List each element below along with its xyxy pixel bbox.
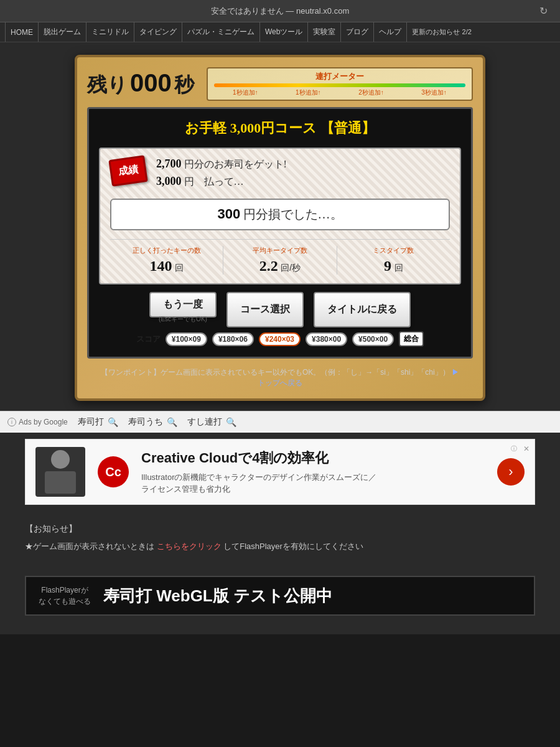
ad-desc-1: Illustratorの新機能でキャラクターのデザイン作業がスムーズに／: [141, 471, 485, 484]
browser-bar: 安全ではありません — neutral.x0.com ↻: [0, 0, 560, 22]
stat3-value: 9: [384, 258, 391, 274]
nav-update: 更新のお知らせ 2/2: [407, 27, 476, 37]
timer-row: 残り 000 秒 連打メーター 1秒追加↑ 1秒追加↑ 2秒追加↑ 3秒追加↑: [87, 67, 473, 101]
ads-search-icon-2: 🔍: [167, 417, 177, 427]
result-line-2: 3,000 円 払って…: [156, 175, 450, 189]
stat3-label: ミスタイプ数: [342, 246, 445, 255]
nav-web[interactable]: Webツール: [260, 22, 308, 42]
notice-title: 【お知らせ】: [25, 524, 535, 535]
notice-text-2: してFlashPlayerを有効にしてください: [223, 542, 363, 551]
nav-minidol[interactable]: ミニリドル: [86, 22, 134, 42]
timer-label: 残り: [87, 72, 128, 99]
results-header: 成績 2,700 円分のお寿司をゲット! 3,000 円 払って…: [110, 157, 450, 192]
combo-meter: 連打メーター 1秒追加↑ 1秒追加↑ 2秒追加↑ 3秒追加↑: [207, 67, 473, 101]
notice-text-1: ★ゲーム画面が表示されないときは: [25, 542, 154, 551]
ad-desc-2: ライセンス管理も省力化: [141, 483, 485, 496]
retry-sub: (EscキーでもOK): [149, 315, 217, 324]
stat1-label: 正しく打ったキーの数: [115, 246, 218, 255]
nav-lab[interactable]: 実験室: [308, 22, 341, 42]
nav-home[interactable]: HOME: [5, 22, 39, 42]
ads-text-3: すし連打: [187, 416, 222, 428]
combo-label-2: 1秒追加↑: [296, 88, 321, 97]
ad-info-icon[interactable]: ⓘ: [511, 444, 517, 453]
title-back-button[interactable]: タイトルに戻る: [314, 292, 411, 327]
ads-text-1: 寿司打: [78, 416, 104, 428]
inner-board: お手軽 3,000円コース 【普通】 成績 2,700 円分のお寿司をゲット! …: [87, 107, 473, 359]
webgl-title: 寿司打 WebGL版 テスト公開中: [103, 585, 332, 607]
ads-search-icon-3: 🔍: [226, 417, 236, 427]
ads-item-1[interactable]: 寿司打 🔍: [78, 416, 118, 428]
main-content: 残り 000 秒 連打メーター 1秒追加↑ 1秒追加↑ 2秒追加↑ 3秒追加↑ …: [0, 42, 560, 634]
stat3-unit: 回: [394, 263, 403, 273]
score-item-4: ¥380×00: [306, 332, 347, 346]
ads-item-3[interactable]: すし連打 🔍: [187, 416, 236, 428]
loss-box: 300 円分損でした…。: [110, 199, 450, 230]
stat-avg-speed: 平均キータイプ数 2.2 回/秒: [223, 246, 337, 275]
game-board: 残り 000 秒 連打メーター 1秒追加↑ 1秒追加↑ 2秒追加↑ 3秒追加↑ …: [75, 55, 485, 401]
result2-text: 円 払って…: [184, 176, 244, 187]
stat2-value-row: 2.2 回/秒: [228, 258, 331, 275]
combo-label-4: 3秒追加↑: [421, 88, 447, 97]
nav-typing[interactable]: タイピング: [134, 22, 182, 42]
ads-text-2: 寿司うち: [128, 416, 163, 428]
notice-text: ★ゲーム画面が表示されないときは こちらをクリック してFlashPlayerを…: [25, 541, 535, 552]
webgl-left-text: FlashPlayerが なくても遊べる: [39, 585, 91, 607]
result-line-1: 2,700 円分のお寿司をゲット!: [156, 157, 450, 171]
score-item-1: ¥100×09: [166, 332, 207, 346]
stat2-label: 平均キータイプ数: [228, 246, 331, 255]
browser-title: 安全ではありません — neutral.x0.com: [211, 6, 350, 17]
stat2-value: 2.2: [259, 258, 278, 274]
nav-bar: HOME 脱出ゲーム ミニリドル タイピング パズル・ミニゲーム Webツール …: [0, 22, 560, 42]
stat-mistype: ミスタイプ数 9 回: [337, 246, 450, 275]
combo-label-3: 2秒追加↑: [358, 88, 384, 97]
webgl-banner[interactable]: FlashPlayerが なくても遊べる 寿司打 WebGL版 テスト公開中: [25, 576, 535, 616]
ads-section: i Ads by Google 寿司打 🔍 寿司うち 🔍 すし連打 🔍: [0, 411, 560, 433]
refresh-icon[interactable]: ↻: [539, 5, 548, 17]
stat1-value-row: 140 回: [115, 258, 218, 275]
timer-unit: 秒: [174, 72, 194, 99]
ads-label-text: Ads by Google: [19, 418, 68, 426]
course-select-button[interactable]: コース選択: [226, 292, 304, 327]
ads-search-icon-1: 🔍: [108, 417, 118, 427]
stat-correct-keys: 正しく打ったキーの数 140 回: [110, 246, 223, 275]
ad-banner: Cc Creative Cloudで4割の効率化 Illustratorの新機能…: [25, 439, 535, 505]
ad-title: Creative Cloudで4割の効率化: [141, 449, 485, 467]
stat1-value: 140: [149, 258, 172, 274]
results-panel: 成績 2,700 円分のお寿司をゲット! 3,000 円 払って…: [99, 148, 461, 284]
ads-info-icon[interactable]: i: [7, 418, 16, 426]
ads-item-2[interactable]: 寿司うち 🔍: [128, 416, 177, 428]
stat2-unit: 回/秒: [281, 263, 301, 273]
nav-escape[interactable]: 脱出ゲーム: [39, 22, 86, 42]
result2-num: 3,000: [156, 175, 182, 187]
loss-num: 300: [217, 206, 240, 222]
ad-arrow-button[interactable]: ›: [497, 458, 525, 486]
ad-banner-image: [35, 447, 85, 497]
retry-button[interactable]: もう一度: [149, 292, 217, 317]
combo-bar: [214, 83, 465, 87]
score-item-3: ¥240×03: [259, 332, 301, 346]
button-row: もう一度 (EscキーでもOK) コース選択 タイトルに戻る: [99, 292, 461, 327]
seiseki-stamp: 成績: [108, 155, 147, 187]
combo-title: 連打メーター: [214, 71, 465, 82]
ads-label: i Ads by Google: [7, 418, 68, 426]
tip-text: 【ワンポイント】ゲーム画面に表示されているキー以外でもOK。（例：「し」→「si…: [101, 368, 450, 377]
stat1-unit: 回: [175, 263, 184, 273]
webgl-left2: なくても遊べる: [39, 596, 91, 607]
ad-content: Creative Cloudで4割の効率化 Illustratorの新機能でキャ…: [141, 449, 485, 496]
notice-section: 【お知らせ】 ★ゲーム画面が表示されないときは こちらをクリック してFlash…: [25, 524, 535, 557]
stat3-value-row: 9 回: [342, 258, 445, 275]
stats-row: 正しく打ったキーの数 140 回 平均キータイプ数 2.2 回/秒: [110, 239, 450, 275]
nav-puzzle[interactable]: パズル・ミニゲーム: [182, 22, 260, 42]
score-item-5: ¥500×00: [352, 332, 394, 346]
notice-link[interactable]: こちらをクリック: [157, 542, 222, 551]
tip-row: 【ワンポイント】ゲーム画面に表示されているキー以外でもOK。（例：「し」→「si…: [87, 367, 473, 388]
nav-help[interactable]: ヘルプ: [374, 22, 407, 42]
combo-labels: 1秒追加↑ 1秒追加↑ 2秒追加↑ 3秒追加↑: [214, 88, 465, 97]
timer-value: 000: [130, 69, 172, 97]
retry-button-container: もう一度 (EscキーでもOK): [149, 292, 217, 327]
score-label: スコア: [136, 334, 161, 345]
result1-num: 2,700: [156, 157, 182, 170]
nav-blog[interactable]: ブログ: [341, 22, 374, 42]
result1-text: 円分のお寿司をゲット!: [184, 159, 287, 169]
ad-close-button[interactable]: ✕: [523, 444, 530, 453]
